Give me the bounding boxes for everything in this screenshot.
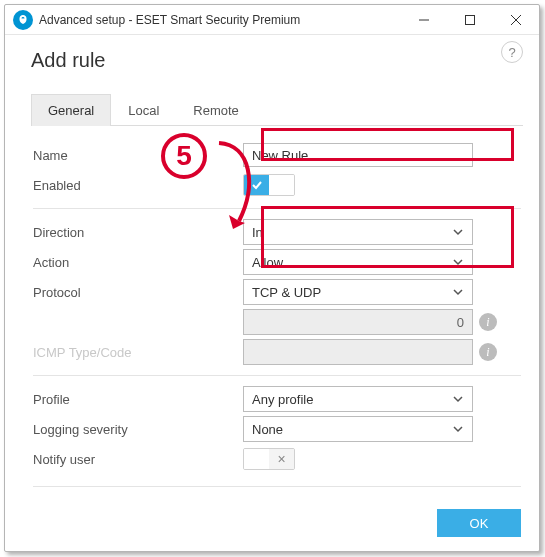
name-input[interactable] <box>243 143 473 167</box>
toggle-off-half <box>244 449 269 469</box>
notify-toggle[interactable]: × <box>243 448 295 470</box>
toggle-off-half <box>269 175 294 195</box>
protocol-number-input: 0 <box>243 309 473 335</box>
tab-local[interactable]: Local <box>111 94 176 125</box>
app-icon <box>13 10 33 30</box>
label-profile: Profile <box>33 392 243 407</box>
protocol-value: TCP & UDP <box>252 285 321 300</box>
window-title: Advanced setup - ESET Smart Security Pre… <box>39 13 401 27</box>
check-icon <box>244 175 269 195</box>
action-select[interactable]: Allow <box>243 249 473 275</box>
chevron-down-icon <box>452 423 464 435</box>
info-icon[interactable]: i <box>479 343 497 361</box>
ok-button[interactable]: OK <box>437 509 521 537</box>
window-controls <box>401 5 539 34</box>
minimize-button[interactable] <box>401 5 447 34</box>
label-action: Action <box>33 255 243 270</box>
annotation-step-badge: 5 <box>161 133 207 179</box>
divider <box>33 375 521 376</box>
divider <box>33 486 521 487</box>
row-number: 0 i <box>33 307 521 337</box>
x-icon: × <box>269 449 294 469</box>
chevron-down-icon <box>452 286 464 298</box>
icmp-input <box>243 339 473 365</box>
tab-remote[interactable]: Remote <box>176 94 256 125</box>
row-logging: Logging severity None <box>33 414 521 444</box>
row-action: Action Allow <box>33 247 521 277</box>
row-profile: Profile Any profile <box>33 384 521 414</box>
row-direction: Direction In <box>33 217 521 247</box>
direction-value: In <box>252 225 263 240</box>
chevron-down-icon <box>452 256 464 268</box>
label-enabled: Enabled <box>33 178 243 193</box>
label-logging: Logging severity <box>33 422 243 437</box>
footer: OK <box>437 509 521 537</box>
chevron-down-icon <box>452 226 464 238</box>
logging-select[interactable]: None <box>243 416 473 442</box>
label-notify: Notify user <box>33 452 243 467</box>
action-value: Allow <box>252 255 283 270</box>
label-icmp: ICMP Type/Code <box>33 345 243 360</box>
tabs: General Local Remote <box>31 94 523 126</box>
row-name: Name <box>33 140 521 170</box>
logging-value: None <box>252 422 283 437</box>
direction-select[interactable]: In <box>243 219 473 245</box>
row-enabled: Enabled <box>33 170 521 200</box>
close-button[interactable] <box>493 5 539 34</box>
label-direction: Direction <box>33 225 243 240</box>
enabled-toggle[interactable] <box>243 174 295 196</box>
page-title: Add rule <box>31 49 523 72</box>
divider <box>33 208 521 209</box>
label-protocol: Protocol <box>33 285 243 300</box>
svg-rect-0 <box>466 15 475 24</box>
form: Name Enabled Direction In <box>5 126 539 487</box>
titlebar: Advanced setup - ESET Smart Security Pre… <box>5 5 539 35</box>
row-protocol: Protocol TCP & UDP <box>33 277 521 307</box>
info-icon[interactable]: i <box>479 313 497 331</box>
maximize-button[interactable] <box>447 5 493 34</box>
profile-select[interactable]: Any profile <box>243 386 473 412</box>
row-icmp: ICMP Type/Code i <box>33 337 521 367</box>
window: Advanced setup - ESET Smart Security Pre… <box>4 4 540 552</box>
help-button[interactable]: ? <box>501 41 523 63</box>
protocol-select[interactable]: TCP & UDP <box>243 279 473 305</box>
row-notify: Notify user × <box>33 444 521 474</box>
profile-value: Any profile <box>252 392 313 407</box>
label-name: Name <box>33 148 243 163</box>
chevron-down-icon <box>452 393 464 405</box>
page-header: Add rule ? <box>5 35 539 72</box>
tab-general[interactable]: General <box>31 94 111 126</box>
